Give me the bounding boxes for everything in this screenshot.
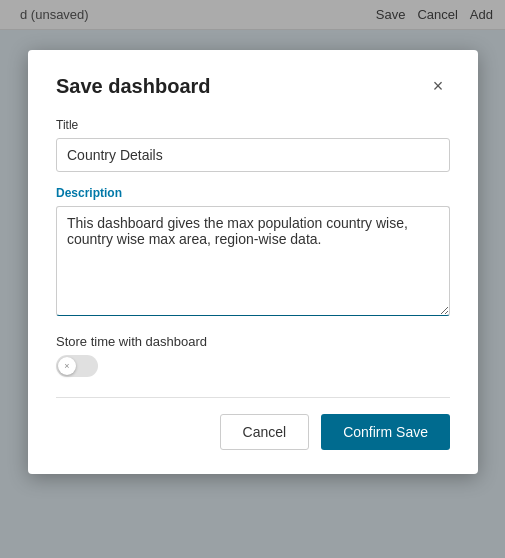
toggle-knob: × (58, 357, 76, 375)
modal-header: Save dashboard × (56, 74, 450, 98)
toggle-section: Store time with dashboard × (56, 334, 450, 377)
modal-title: Save dashboard (56, 75, 211, 98)
confirm-save-button[interactable]: Confirm Save (321, 414, 450, 450)
title-field-group: Title (56, 118, 450, 172)
footer-divider (56, 397, 450, 398)
modal-footer: Cancel Confirm Save (56, 414, 450, 450)
title-label: Title (56, 118, 450, 132)
toggle-x-icon: × (64, 362, 69, 371)
toggle-label: Store time with dashboard (56, 334, 450, 349)
store-time-toggle[interactable]: × (56, 355, 98, 377)
close-button[interactable]: × (426, 74, 450, 98)
save-dashboard-modal: Save dashboard × Title Description Store… (28, 50, 478, 474)
title-input[interactable] (56, 138, 450, 172)
description-label: Description (56, 186, 450, 200)
description-field-group: Description (56, 186, 450, 320)
cancel-button[interactable]: Cancel (220, 414, 310, 450)
toggle-row: × (56, 355, 450, 377)
description-textarea[interactable] (56, 206, 450, 316)
